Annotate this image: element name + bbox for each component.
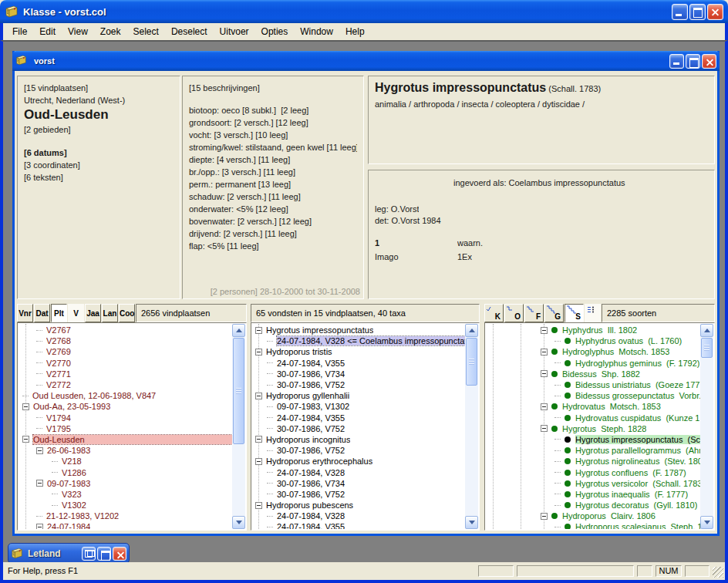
collapse-icon[interactable] <box>541 327 548 334</box>
collapse-icon[interactable] <box>255 393 262 399</box>
tree-row[interactable]: Oud Leusden, 12-06-1988, V847 <box>18 390 232 401</box>
tab-jaa[interactable]: Jaa <box>85 304 101 322</box>
tree-row[interactable]: 24-07-1984, V328 <box>251 511 465 521</box>
menu-item-deselect[interactable]: Deselect <box>165 25 214 39</box>
tree-row-selected[interactable]: Hygrotus impressopunctatus (Sch <box>485 434 700 445</box>
tree-row[interactable]: Hydrovatus cuspidatus (Kunze 1 <box>485 413 700 423</box>
scroll-up-button[interactable] <box>700 324 713 337</box>
tree-row[interactable]: V218 <box>18 456 232 467</box>
tree-row[interactable]: Hydroglyphus geminus (F. 1792) <box>485 358 700 369</box>
scroll-thumb[interactable] <box>701 338 713 358</box>
scrollbar[interactable] <box>232 324 245 529</box>
tab-v[interactable]: V <box>68 304 84 322</box>
tree-row[interactable]: 21-12-1983, V1202 <box>18 511 232 521</box>
menu-item-window[interactable]: Window <box>294 25 339 39</box>
tab-klasse[interactable]: K <box>484 304 504 322</box>
tree-row[interactable]: V2767 <box>18 325 232 335</box>
collapse-icon[interactable] <box>36 524 43 529</box>
tree-row[interactable]: 30-07-1986, V752 <box>251 489 465 500</box>
maximize-button[interactable] <box>97 547 111 561</box>
scrollbar[interactable] <box>465 324 478 529</box>
tree-row[interactable]: 24-07-1984 <box>18 521 232 529</box>
tree-row[interactable]: 30-07-1986, V734 <box>251 478 465 489</box>
scroll-down-button[interactable] <box>700 516 713 529</box>
tree-row[interactable]: Hydroporus erythrocephalus <box>251 456 465 467</box>
list-view-button[interactable] <box>585 304 601 322</box>
tab-genus[interactable]: G <box>544 304 564 322</box>
scrollbar[interactable] <box>700 324 713 529</box>
tree-row[interactable]: Hygrotus impressopunctatus <box>251 325 465 335</box>
collapse-icon[interactable] <box>541 403 548 410</box>
collapse-icon[interactable] <box>255 436 262 443</box>
menu-item-zoek[interactable]: Zoek <box>94 25 127 39</box>
collapse-icon[interactable] <box>22 403 29 410</box>
collapse-icon[interactable] <box>36 447 43 454</box>
collapse-icon[interactable] <box>22 436 29 443</box>
collapse-icon[interactable] <box>541 349 548 356</box>
child-close-button[interactable] <box>702 54 716 69</box>
tree-row[interactable]: Hydroporus tristis <box>251 346 465 357</box>
menu-item-help[interactable]: Help <box>339 25 371 39</box>
tab-soort[interactable]: S <box>565 304 584 322</box>
scroll-down-button[interactable] <box>465 516 478 529</box>
close-button[interactable] <box>707 4 723 20</box>
collapse-icon[interactable] <box>255 327 262 334</box>
collapse-icon[interactable] <box>255 349 262 356</box>
tree-row[interactable]: 24-07-1984, V355 <box>251 413 465 423</box>
tree-row[interactable]: Hydroporus pubescens <box>251 500 465 511</box>
tree-row[interactable]: Hygrotus decoratus (Gyll. 1810) <box>485 500 700 511</box>
child-maximize-button[interactable] <box>686 54 700 69</box>
tree-row[interactable]: V2771 <box>18 369 232 379</box>
child-minimize-button[interactable] <box>669 54 684 69</box>
collapse-icon[interactable] <box>255 458 262 465</box>
tree-row[interactable]: 30-07-1986, V752 <box>251 423 465 434</box>
tree-row[interactable]: V1302 <box>18 500 232 511</box>
tree-row[interactable]: Hygrotus versicolor (Schall. 1783 <box>485 478 700 489</box>
tree-row[interactable]: Hydroglyphus Motsch. 1853 <box>485 346 700 357</box>
tree-row[interactable]: Oud-Aa, 23-05-1993 <box>18 401 232 412</box>
tab-plt[interactable]: Plt <box>51 304 67 322</box>
collapse-icon[interactable] <box>541 513 548 520</box>
tree-row[interactable]: Hygrotus Steph. 1828 <box>485 423 700 434</box>
tree-row[interactable]: 24-07-1984, V355 <box>251 521 465 529</box>
scroll-thumb[interactable] <box>466 338 477 386</box>
tree-row[interactable]: V1795 <box>18 423 232 434</box>
scroll-up-button[interactable] <box>232 324 245 337</box>
tree-row[interactable]: Bidessus grossepunctatus Vorbr. <box>485 390 700 401</box>
tree-row[interactable]: 24-07-1984, V355 <box>251 358 465 369</box>
restore-button[interactable] <box>82 547 96 561</box>
tree-row[interactable]: Hyphydrus ovatus (L. 1760) <box>485 335 700 346</box>
menu-item-view[interactable]: View <box>62 25 94 39</box>
tab-lan[interactable]: Lan <box>102 304 118 322</box>
tree-row[interactable]: V1286 <box>18 467 232 477</box>
tree-row[interactable]: 09-07-1983, V1302 <box>251 401 465 412</box>
scroll-up-button[interactable] <box>465 324 478 337</box>
tree-row[interactable]: V1794 <box>18 413 232 423</box>
menu-item-file[interactable]: File <box>6 25 33 39</box>
tree-row[interactable]: Hygrotus confluens (F. 1787) <box>485 467 700 477</box>
tree-row[interactable]: 26-06-1983 <box>18 445 232 456</box>
menu-item-edit[interactable]: Edit <box>33 25 62 39</box>
tree-row[interactable]: V2768 <box>18 335 232 346</box>
tree-row[interactable]: 30-07-1986, V734 <box>251 369 465 379</box>
child-titlebar[interactable]: vorst <box>12 51 720 71</box>
tree-row[interactable]: Hydroporus incognitus <box>251 434 465 445</box>
tree-row[interactable]: 30-07-1986, V752 <box>251 379 465 390</box>
tab-coo[interactable]: Coo <box>119 304 135 322</box>
minimize-button[interactable] <box>672 4 688 20</box>
collapse-icon[interactable] <box>36 480 43 487</box>
tab-vnr[interactable]: Vnr <box>17 304 33 322</box>
tab-dat[interactable]: Dat <box>34 304 50 322</box>
menu-item-opties[interactable]: Opties <box>255 25 295 39</box>
tree-row[interactable]: V323 <box>18 489 232 500</box>
maximize-button[interactable] <box>689 4 706 20</box>
tree-row[interactable]: 09-07-1983 <box>18 478 232 489</box>
tree-row[interactable]: Hygrotus inaequalis (F. 1777) <box>485 489 700 500</box>
close-button[interactable] <box>113 547 126 561</box>
tree-row[interactable]: Bidessus unistriatus (Goeze 1777 <box>485 379 700 390</box>
tree-row[interactable]: Hyphydrus Ill. 1802 <box>485 325 700 335</box>
tree-row[interactable]: 24-07-1984, V328 <box>251 467 465 477</box>
menu-item-select[interactable]: Select <box>127 25 165 39</box>
scroll-down-button[interactable] <box>232 516 245 529</box>
tree-row[interactable]: Bidessus Shp. 1882 <box>485 369 700 379</box>
